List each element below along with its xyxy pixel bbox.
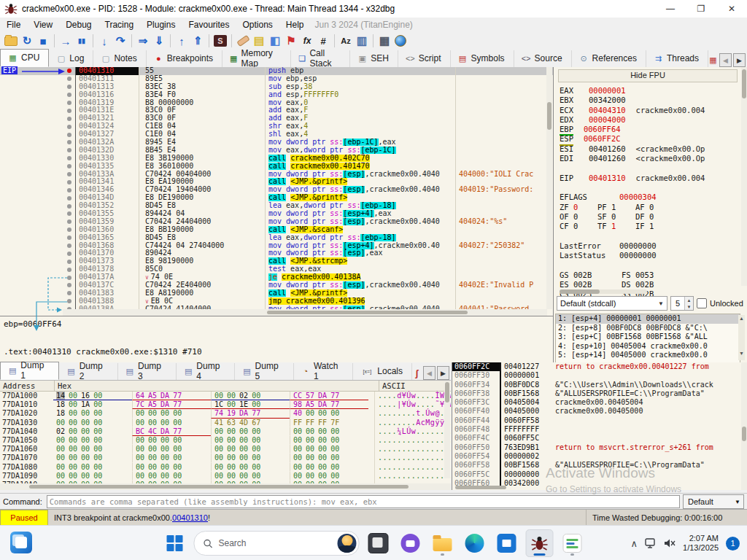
dump-tabs-scroll-right-button[interactable]: ▶	[437, 366, 449, 380]
register-value[interactable]: 00404310	[589, 106, 626, 114]
taskbar-app-edge[interactable]	[462, 530, 488, 556]
run-to-cursor-icon[interactable]: ⇒	[135, 34, 151, 48]
register-value[interactable]: 00342000	[589, 96, 626, 104]
menu-item-plugins[interactable]: Plugins	[140, 20, 182, 30]
comments-icon[interactable]: ▤	[251, 34, 267, 48]
spin-up-icon[interactable]: ▲	[685, 297, 693, 303]
tabs-scroll-left-button[interactable]: ◀	[719, 53, 732, 67]
register-row[interactable]: LastError00000000	[560, 241, 742, 251]
register-row[interactable]: ZF 0PF 1AF 0	[560, 203, 742, 212]
breakpoint-dot-cell[interactable]	[63, 289, 76, 298]
registers-vscrollbar[interactable]	[741, 67, 747, 286]
disasm-hscrollbar[interactable]	[63, 309, 547, 316]
breakpoint-dot-cell[interactable]	[63, 265, 76, 273]
arguments-vscrollbar[interactable]: ▲▼	[738, 315, 745, 360]
minimize-button[interactable]: —	[655, 0, 686, 18]
stack-pane[interactable]: 0060FF2C00401227return to crackme0x00.00…	[452, 362, 747, 490]
breakpoint-dot-cell[interactable]	[63, 194, 76, 202]
stop-icon[interactable]: ■	[35, 34, 51, 48]
run-to-user-code-icon[interactable]: ⇑	[190, 34, 206, 48]
tabs-scroll-right-button[interactable]: ▶	[733, 53, 746, 67]
register-row[interactable]	[560, 260, 742, 270]
tab-dump-4[interactable]: ▤Dump 4	[177, 363, 235, 380]
register-row[interactable]: EBX00342000	[560, 96, 742, 105]
register-row[interactable]: ESI00401260<crackme0x00.Op	[560, 144, 742, 154]
register-value[interactable]: 00000000	[619, 241, 657, 250]
pause-icon[interactable]: ▮▮	[74, 34, 90, 48]
tab-dump-2[interactable]: ▤Dump 2	[59, 363, 117, 380]
bookmarks-icon[interactable]: ⚑	[283, 34, 299, 48]
tab-watch-1[interactable]: ◔Watch 1	[294, 363, 354, 380]
stack-row[interactable]: 0060FF48FFFFFFFF	[452, 425, 747, 434]
registers-hscrollbar[interactable]	[560, 289, 647, 294]
register-row[interactable]	[560, 163, 742, 173]
stack-row[interactable]: 0060FF3000000001	[452, 371, 747, 380]
taskbar-app-store[interactable]	[494, 530, 520, 556]
tab-cpu[interactable]: ▦CPU	[0, 49, 49, 67]
spin-down-icon[interactable]: ▼	[685, 303, 693, 310]
register-value[interactable]: 00000304	[619, 192, 657, 201]
menu-item-debug[interactable]: Debug	[59, 20, 98, 30]
dump-row[interactable]: 77DA106000000000000000000000000000000000…	[0, 445, 451, 454]
dump-row[interactable]: 77DA108000000000000000000000000000000000…	[0, 463, 451, 472]
unlocked-checkbox[interactable]	[697, 298, 707, 308]
tab-breakpoints[interactable]: ●Breakpoints	[147, 50, 222, 67]
register-row[interactable]: GS 002BFS 0053	[560, 271, 742, 280]
breakpoint-dot-cell[interactable]	[63, 281, 76, 289]
close-button[interactable]: ✕	[716, 0, 747, 18]
tray-network-icon[interactable]	[645, 538, 657, 548]
step-into-icon[interactable]: ↓	[96, 34, 112, 48]
calculator-icon[interactable]: ▦	[376, 34, 392, 48]
breakpoint-dot-cell[interactable]	[63, 106, 76, 114]
open-file-icon[interactable]	[3, 34, 19, 48]
strings-icon[interactable]: Az	[338, 34, 354, 48]
stack-row[interactable]: 0060FF3400BF0DC8&"C:\\Users\\Admin\\Down…	[452, 381, 747, 389]
tab-dump-1[interactable]: ▤Dump 1	[0, 362, 59, 380]
dump-row[interactable]: 77DA107000000000000000000000000000000000…	[0, 454, 451, 462]
register-row[interactable]	[560, 231, 742, 241]
breakpoint-dot-cell[interactable]	[63, 273, 76, 281]
breakpoint-dot-cell[interactable]	[63, 226, 76, 234]
disasm-vscrollbar[interactable]	[546, 67, 552, 309]
notification-badge[interactable]: 1	[726, 537, 740, 551]
breakpoint-dot-cell[interactable]	[63, 99, 76, 107]
tab-source[interactable]: <>Source	[514, 50, 572, 67]
preferences-globe-icon[interactable]	[392, 34, 409, 48]
widgets-icon[interactable]	[10, 532, 32, 553]
taskbar-app-doc[interactable]	[560, 530, 586, 556]
register-row[interactable]: EIP00401310crackme0x00.004	[560, 174, 742, 183]
menu-item-view[interactable]: View	[27, 20, 59, 30]
struct-icon[interactable]: ʃ	[412, 368, 422, 378]
stack-row[interactable]: 0060FF440060FF58	[452, 416, 747, 425]
step-icon[interactable]: ⇓	[151, 34, 167, 48]
breakpoint-dot-cell[interactable]	[63, 210, 76, 218]
stack-row[interactable]: 0060FF3800BF1568&"ALLUSERSPROFILE=C:\\Pr…	[452, 389, 747, 398]
breakpoint-dot-cell[interactable]	[63, 139, 76, 147]
register-value[interactable]: 00401260	[589, 154, 626, 163]
breakpoint-dot-cell[interactable]	[63, 155, 76, 163]
breakpoint-dot-cell[interactable]	[63, 122, 76, 131]
register-value[interactable]: 00000000	[619, 251, 657, 260]
tab-script[interactable]: <>Script	[398, 50, 451, 67]
restore-button[interactable]: ❐	[686, 0, 716, 18]
stack-row[interactable]: 0060FF2C00401227return to crackme0x00.00…	[452, 362, 747, 371]
step-over-icon[interactable]: ↷	[112, 34, 128, 48]
register-row[interactable]: EFLAGS00000304	[560, 192, 742, 202]
snippets-icon[interactable]: ▦	[708, 55, 718, 65]
dump-tabs-scroll-left-button[interactable]: ◀	[423, 366, 436, 380]
breakpoint-dot-cell[interactable]	[63, 178, 76, 186]
argument-row[interactable]: 3: [esp+C] 00BF1568 00BF1568 &"ALL	[556, 332, 740, 342]
labels-icon[interactable]: ◧	[267, 34, 283, 48]
breakpoint-dot-cell[interactable]	[63, 242, 76, 250]
breakpoint-dot-cell[interactable]	[63, 163, 76, 171]
stack-row[interactable]: 0060FF3C00405004crackme0x00.00405004	[452, 398, 747, 407]
breakpoint-dot-cell[interactable]	[63, 83, 76, 91]
breakpoint-dot-cell[interactable]	[63, 257, 76, 265]
restart-icon[interactable]: ↻	[19, 34, 35, 48]
breakpoint-dot-cell[interactable]	[63, 171, 76, 179]
hex-dump-pane[interactable]: AddressHexASCII77DA10001400160064A5DA770…	[0, 381, 451, 490]
register-row[interactable]: OF 0SF 0DF 0	[560, 212, 742, 222]
disasm-row[interactable]: 0040131683E4 F0and esp,FFFFFFF0	[0, 91, 553, 99]
breakpoint-dot-cell[interactable]	[63, 75, 76, 83]
argument-row[interactable]: 1: [esp+4] 00000001 00000001	[556, 314, 740, 324]
